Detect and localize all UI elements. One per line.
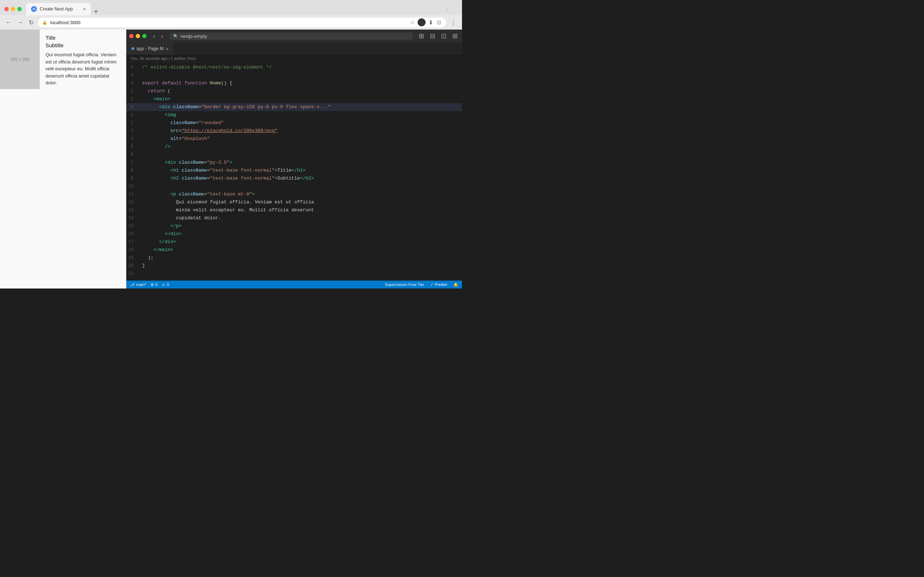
token: className [173,104,199,110]
line-number: 4 [126,71,139,79]
checkmark-icon: ✓ [430,282,433,287]
token: </div> [159,239,176,245]
line-content: ); [142,254,462,262]
reload-button[interactable]: ↻ [27,18,35,27]
line-content: <div className="py-3.5"> [142,159,462,167]
code-line: 5/* eslint-disable @next/next/no-img-ele… [126,63,462,71]
editor-forward-button[interactable]: › [159,32,165,41]
token: "text-base font-normal" [210,168,274,173]
token: <div [159,104,173,110]
maximize-button[interactable] [17,7,22,11]
token: } [142,263,145,268]
share-button[interactable]: ⊡ [436,19,442,26]
close-button[interactable] [4,7,9,11]
download-button[interactable]: ⬇ [428,18,434,27]
supermaven-status[interactable]: Supermaven Free Tier [385,282,424,287]
token: Qui eiusmod fugiat officia. Veniam est u… [142,200,314,205]
line-content [142,71,462,79]
code-line: 5 /> [126,143,462,151]
token [142,144,165,149]
minimize-button[interactable] [11,7,15,11]
status-bar: ⎇ main* ⊗ 0 ⚠ 0 Supermaven Free Tier ✓ [126,280,462,288]
line-number: 18 [126,246,139,254]
code-line: 1 <main> [126,95,462,103]
editor-back-button[interactable]: ‹ [151,32,157,41]
warning-count: 0 [167,282,169,287]
bookmark-button[interactable]: ☆ [409,19,415,26]
editor-tab-close[interactable]: × [166,46,168,52]
code-area[interactable]: 5/* eslint-disable @next/next/no-img-ele… [126,62,462,280]
token [142,96,153,102]
line-number: 2 [126,87,139,95]
line-number: 6 [126,103,139,111]
tab-close-button[interactable]: × [83,6,86,11]
errors-status[interactable]: ⊗ 0 [150,282,157,287]
token: src [170,128,179,134]
line-content: export default function Home() { [142,79,462,87]
editor-maximize-button[interactable] [142,34,147,38]
token: export default [142,81,184,86]
forward-button[interactable]: → [16,18,24,27]
line-content: cupidatat dolor. [142,214,462,222]
editor-close-button[interactable] [129,34,134,38]
address-bar[interactable]: 🔒 localhost:3000 ☆ ⬇ ⊡ [38,17,446,27]
line-content: </p> [142,222,462,230]
line-content: <p className="text-base mt-0"> [142,190,462,198]
editor-tab-page-m[interactable]: app - Page M × [126,43,174,55]
token: <h2 [170,176,181,181]
sidebar-button[interactable]: ⊟ [428,31,437,41]
line-number: 14 [126,214,139,222]
layout-button[interactable]: ⊡ [439,31,448,41]
token: "https://placehold.co/200x300/png" [181,128,277,134]
browser-menu-button[interactable]: ⋮ [449,18,458,27]
line-number: 12 [126,198,139,206]
line-content: minim velit excepteur eu. Mollit officia… [142,206,462,214]
line-number: 5 [126,143,139,151]
text-content: Title Subtitle Qui eiusmod fugiat offici… [40,29,126,288]
warning-icon: ⚠ [162,282,165,287]
browser-titlebar: N Create Next App × + ⋮ [0,0,462,15]
page-body: Qui eiusmod fugiat officia. Veniam est u… [45,51,120,87]
line-number: 8 [126,167,139,174]
editor-search-bar[interactable]: 🔍 nextjs-empty [170,32,413,40]
token [142,89,148,94]
branch-status[interactable]: ⎇ main* [130,282,146,287]
token [142,168,170,173]
settings-button[interactable]: ⊞ [451,31,459,41]
bell-status[interactable]: 🔔 [453,282,459,287]
split-view-button[interactable]: ⊞ [417,31,426,41]
page-title: Title [45,35,120,41]
token: cupidatat dolor. [142,215,221,221]
branch-icon: ⎇ [130,282,135,287]
token [142,128,170,134]
token: Title [278,168,292,173]
new-tab-button[interactable]: + [91,8,101,15]
line-content [142,182,462,190]
browser-tab[interactable]: N Create Next App × [26,3,91,15]
token [142,136,170,141]
code-line: 12 Qui eiusmod fugiat officia. Veniam es… [126,198,462,206]
warnings-status[interactable]: ⚠ 0 [162,282,169,287]
line-number: 6 [126,151,139,159]
prettier-status[interactable]: ✓ Prettier [430,282,447,287]
code-line: 14 cupidatat dolor. [126,214,462,222]
token: <p [170,192,179,197]
code-line: 15 </p> [126,222,462,230]
tab-favicon: N [31,6,37,12]
git-blame-line: You, 35 seconds ago | 1 author (You) [126,55,462,62]
token [142,231,165,237]
editor-minimize-button[interactable] [136,34,140,38]
line-number: 13 [126,206,139,214]
profile-button[interactable] [418,18,426,26]
code-line: 6 [126,151,462,159]
token: = [195,120,199,126]
line-content: <img [142,111,462,119]
code-line: 11 <p className="text-base mt-0"> [126,190,462,198]
line-content: <h1 className="text-base font-normal">Ti… [142,167,462,174]
token [142,247,153,253]
token: </div> [165,231,181,237]
line-number: 5 [126,63,139,71]
back-button[interactable]: ← [4,18,13,27]
code-line: 2 return ( [126,87,462,95]
page-content: 200 × 300 Title Subtitle Qui eiusmod fug… [0,29,126,288]
